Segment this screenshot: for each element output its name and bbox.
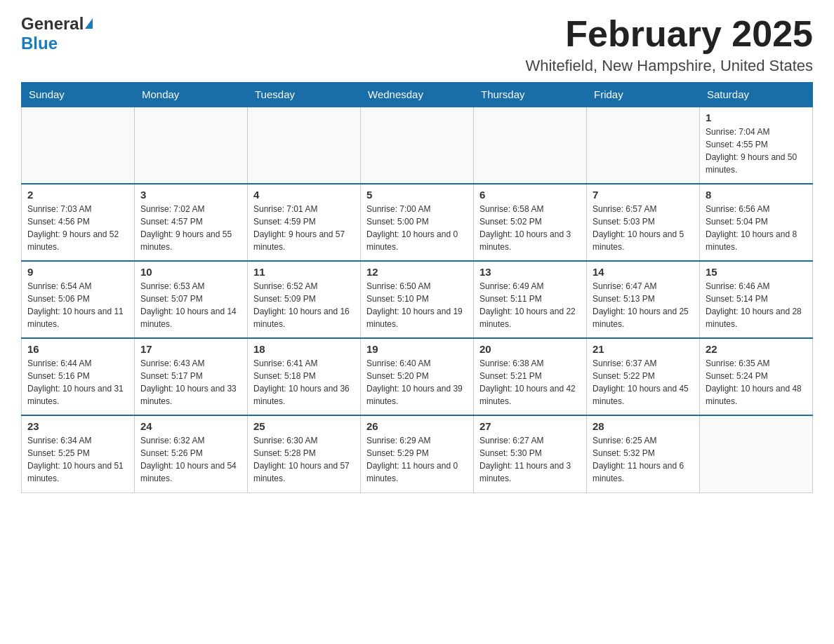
day-number: 23 [27, 420, 128, 432]
day-number: 3 [140, 189, 241, 201]
day-number: 17 [140, 343, 241, 355]
calendar-day-cell: 3Sunrise: 7:02 AM Sunset: 4:57 PM Daylig… [135, 184, 248, 261]
calendar-day-cell: 9Sunrise: 6:54 AM Sunset: 5:06 PM Daylig… [22, 261, 135, 338]
calendar-day-cell: 15Sunrise: 6:46 AM Sunset: 5:14 PM Dayli… [700, 261, 813, 338]
day-number: 15 [706, 266, 807, 278]
calendar-table: SundayMondayTuesdayWednesdayThursdayFrid… [21, 82, 813, 493]
day-info: Sunrise: 6:41 AM Sunset: 5:18 PM Dayligh… [253, 357, 355, 408]
day-info: Sunrise: 6:57 AM Sunset: 5:03 PM Dayligh… [593, 203, 694, 253]
day-number: 7 [593, 189, 694, 201]
day-info: Sunrise: 6:43 AM Sunset: 5:17 PM Dayligh… [140, 357, 241, 408]
calendar-day-cell: 12Sunrise: 6:50 AM Sunset: 5:10 PM Dayli… [361, 261, 474, 338]
day-info: Sunrise: 6:29 AM Sunset: 5:29 PM Dayligh… [366, 434, 468, 485]
day-number: 2 [27, 189, 128, 201]
calendar-week-row: 1Sunrise: 7:04 AM Sunset: 4:55 PM Daylig… [22, 107, 813, 184]
calendar-day-cell: 24Sunrise: 6:32 AM Sunset: 5:26 PM Dayli… [135, 415, 248, 492]
day-number: 27 [479, 420, 581, 432]
day-number: 21 [593, 343, 694, 355]
calendar-day-cell: 10Sunrise: 6:53 AM Sunset: 5:07 PM Dayli… [135, 261, 248, 338]
calendar-day-cell [22, 107, 135, 184]
calendar-day-cell: 26Sunrise: 6:29 AM Sunset: 5:29 PM Dayli… [361, 415, 474, 492]
day-number: 16 [27, 343, 128, 355]
logo: General Blue [21, 14, 93, 53]
calendar-day-cell: 21Sunrise: 6:37 AM Sunset: 5:22 PM Dayli… [587, 338, 700, 415]
location-title: Whitefield, New Hampshire, United States [525, 57, 813, 75]
calendar-day-cell: 27Sunrise: 6:27 AM Sunset: 5:30 PM Dayli… [474, 415, 587, 492]
day-number: 6 [479, 189, 581, 201]
day-info: Sunrise: 6:52 AM Sunset: 5:09 PM Dayligh… [253, 280, 355, 330]
calendar-day-cell: 25Sunrise: 6:30 AM Sunset: 5:28 PM Dayli… [248, 415, 361, 492]
day-info: Sunrise: 6:30 AM Sunset: 5:28 PM Dayligh… [253, 434, 355, 485]
calendar-day-cell: 23Sunrise: 6:34 AM Sunset: 5:25 PM Dayli… [22, 415, 135, 492]
calendar-day-cell [474, 107, 587, 184]
day-info: Sunrise: 6:46 AM Sunset: 5:14 PM Dayligh… [706, 280, 807, 330]
day-number: 20 [479, 343, 581, 355]
calendar-day-cell: 1Sunrise: 7:04 AM Sunset: 4:55 PM Daylig… [700, 107, 813, 184]
day-info: Sunrise: 7:01 AM Sunset: 4:59 PM Dayligh… [253, 203, 355, 253]
day-info: Sunrise: 6:34 AM Sunset: 5:25 PM Dayligh… [27, 434, 128, 485]
day-number: 13 [479, 266, 581, 278]
calendar-day-cell [587, 107, 700, 184]
calendar-day-cell: 4Sunrise: 7:01 AM Sunset: 4:59 PM Daylig… [248, 184, 361, 261]
calendar-day-cell: 16Sunrise: 6:44 AM Sunset: 5:16 PM Dayli… [22, 338, 135, 415]
day-number: 11 [253, 266, 355, 278]
calendar-day-cell: 6Sunrise: 6:58 AM Sunset: 5:02 PM Daylig… [474, 184, 587, 261]
day-info: Sunrise: 6:54 AM Sunset: 5:06 PM Dayligh… [27, 280, 128, 330]
day-info: Sunrise: 6:56 AM Sunset: 5:04 PM Dayligh… [706, 203, 807, 253]
calendar-day-cell: 18Sunrise: 6:41 AM Sunset: 5:18 PM Dayli… [248, 338, 361, 415]
calendar-header-row: SundayMondayTuesdayWednesdayThursdayFrid… [22, 83, 813, 107]
logo-general-text: General [21, 14, 84, 34]
calendar-day-cell: 22Sunrise: 6:35 AM Sunset: 5:24 PM Dayli… [700, 338, 813, 415]
day-number: 22 [706, 343, 807, 355]
day-info: Sunrise: 6:44 AM Sunset: 5:16 PM Dayligh… [27, 357, 128, 408]
calendar-day-cell: 13Sunrise: 6:49 AM Sunset: 5:11 PM Dayli… [474, 261, 587, 338]
day-number: 18 [253, 343, 355, 355]
day-number: 9 [27, 266, 128, 278]
calendar-day-cell: 20Sunrise: 6:38 AM Sunset: 5:21 PM Dayli… [474, 338, 587, 415]
day-info: Sunrise: 6:50 AM Sunset: 5:10 PM Dayligh… [366, 280, 468, 330]
day-number: 5 [366, 189, 468, 201]
calendar-week-row: 16Sunrise: 6:44 AM Sunset: 5:16 PM Dayli… [22, 338, 813, 415]
month-title: February 2025 [525, 14, 813, 54]
day-info: Sunrise: 6:58 AM Sunset: 5:02 PM Dayligh… [479, 203, 581, 253]
calendar-header-thursday: Thursday [474, 83, 587, 107]
logo-blue-text: Blue [21, 34, 58, 53]
calendar-header-monday: Monday [135, 83, 248, 107]
day-info: Sunrise: 6:37 AM Sunset: 5:22 PM Dayligh… [593, 357, 694, 408]
calendar-day-cell: 28Sunrise: 6:25 AM Sunset: 5:32 PM Dayli… [587, 415, 700, 492]
calendar-week-row: 9Sunrise: 6:54 AM Sunset: 5:06 PM Daylig… [22, 261, 813, 338]
day-info: Sunrise: 6:40 AM Sunset: 5:20 PM Dayligh… [366, 357, 468, 408]
calendar-day-cell: 7Sunrise: 6:57 AM Sunset: 5:03 PM Daylig… [587, 184, 700, 261]
title-block: February 2025 Whitefield, New Hampshire,… [525, 14, 813, 75]
calendar-header-friday: Friday [587, 83, 700, 107]
calendar-header-saturday: Saturday [700, 83, 813, 107]
calendar-day-cell [248, 107, 361, 184]
calendar-day-cell [135, 107, 248, 184]
day-info: Sunrise: 7:00 AM Sunset: 5:00 PM Dayligh… [366, 203, 468, 253]
day-info: Sunrise: 7:02 AM Sunset: 4:57 PM Dayligh… [140, 203, 241, 253]
calendar-day-cell: 8Sunrise: 6:56 AM Sunset: 5:04 PM Daylig… [700, 184, 813, 261]
day-info: Sunrise: 6:38 AM Sunset: 5:21 PM Dayligh… [479, 357, 581, 408]
day-number: 10 [140, 266, 241, 278]
calendar-header-wednesday: Wednesday [361, 83, 474, 107]
calendar-header-tuesday: Tuesday [248, 83, 361, 107]
day-info: Sunrise: 6:27 AM Sunset: 5:30 PM Dayligh… [479, 434, 581, 485]
day-number: 28 [593, 420, 694, 432]
calendar-day-cell: 19Sunrise: 6:40 AM Sunset: 5:20 PM Dayli… [361, 338, 474, 415]
calendar-day-cell [700, 415, 813, 492]
day-info: Sunrise: 6:32 AM Sunset: 5:26 PM Dayligh… [140, 434, 241, 485]
day-number: 4 [253, 189, 355, 201]
day-number: 1 [706, 112, 807, 123]
day-info: Sunrise: 6:53 AM Sunset: 5:07 PM Dayligh… [140, 280, 241, 330]
day-info: Sunrise: 7:04 AM Sunset: 4:55 PM Dayligh… [706, 126, 807, 176]
page-header: General Blue February 2025 Whitefield, N… [21, 14, 813, 75]
day-info: Sunrise: 6:25 AM Sunset: 5:32 PM Dayligh… [593, 434, 694, 485]
day-number: 8 [706, 189, 807, 201]
calendar-day-cell: 14Sunrise: 6:47 AM Sunset: 5:13 PM Dayli… [587, 261, 700, 338]
day-number: 19 [366, 343, 468, 355]
calendar-day-cell [361, 107, 474, 184]
day-number: 25 [253, 420, 355, 432]
calendar-day-cell: 2Sunrise: 7:03 AM Sunset: 4:56 PM Daylig… [22, 184, 135, 261]
logo-triangle-icon [85, 18, 93, 29]
day-info: Sunrise: 6:35 AM Sunset: 5:24 PM Dayligh… [706, 357, 807, 408]
